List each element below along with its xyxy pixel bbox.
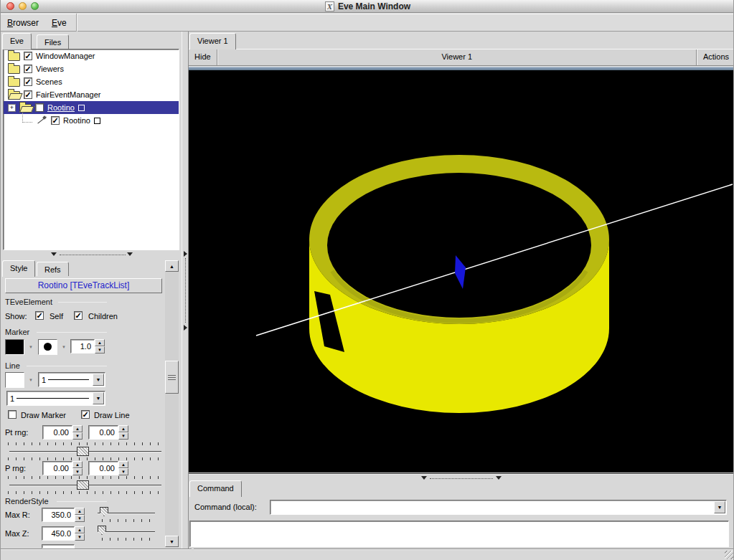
- p-slider-thumb[interactable]: [77, 480, 89, 490]
- tree-item-label[interactable]: Rootino: [63, 116, 90, 125]
- p-min-spinner[interactable]: ▲▼: [42, 461, 83, 475]
- tree-row[interactable]: FairEventManager: [4, 88, 179, 101]
- max-r-spinner[interactable]: ▲▼: [42, 508, 85, 522]
- max-z-spinner[interactable]: ▲▼: [42, 526, 85, 541]
- chevron-down-icon[interactable]: ▼: [60, 342, 68, 352]
- chevron-down-icon[interactable]: ▼: [27, 342, 35, 352]
- tab-files[interactable]: Files: [37, 34, 69, 49]
- draw-marker-checkbox[interactable]: [8, 410, 17, 419]
- marker-color-swatch[interactable]: [5, 339, 24, 355]
- zoom-button[interactable]: [31, 2, 39, 10]
- tab-refs[interactable]: Refs: [37, 262, 69, 276]
- pt-min-field[interactable]: [42, 425, 72, 440]
- spin-down-icon[interactable]: ▼: [75, 515, 85, 522]
- max-z-slider-thumb[interactable]: [98, 526, 106, 535]
- pt-slider-thumb[interactable]: [77, 447, 89, 456]
- pt-max-spinner[interactable]: ▲▼: [88, 425, 128, 440]
- command-input[interactable]: [270, 500, 713, 514]
- marker-style-button[interactable]: [38, 339, 57, 355]
- tab-style[interactable]: Style: [2, 260, 35, 277]
- chevron-down-icon[interactable]: ▼: [93, 392, 104, 404]
- actions-button[interactable]: Actions: [697, 49, 734, 65]
- tab-viewer-1[interactable]: Viewer 1: [189, 33, 236, 49]
- tree-item-label[interactable]: FairEventManager: [36, 90, 101, 99]
- expander-icon[interactable]: +: [8, 104, 16, 112]
- spin-down-icon[interactable]: ▼: [72, 432, 83, 440]
- max-z-field[interactable]: [42, 526, 75, 541]
- color-square-icon[interactable]: [78, 105, 85, 111]
- pt-min-spinner[interactable]: ▲▼: [42, 425, 83, 440]
- chevron-down-icon[interactable]: ▼: [93, 374, 104, 386]
- draw-line-checkbox[interactable]: [81, 410, 90, 419]
- group-separator: [58, 302, 107, 303]
- spin-up-icon[interactable]: ▲: [95, 339, 105, 346]
- max-r-field[interactable]: [42, 508, 75, 522]
- folder-open-icon: [19, 104, 32, 113]
- tree-row[interactable]: Scenes: [4, 75, 179, 88]
- tree-checkbox[interactable]: [24, 77, 32, 86]
- spin-down-icon[interactable]: ▼: [72, 468, 83, 475]
- max-z-slider[interactable]: [96, 525, 156, 544]
- spin-down-icon[interactable]: ▼: [95, 346, 105, 353]
- tree-item-label[interactable]: Viewers: [36, 65, 64, 73]
- children-checkbox[interactable]: [74, 311, 83, 320]
- line-style-combo[interactable]: 1 ▼: [6, 391, 105, 406]
- tree-row[interactable]: Viewers: [4, 62, 179, 75]
- tree-checkbox[interactable]: [35, 103, 44, 112]
- gl-viewer[interactable]: [189, 70, 734, 473]
- spin-up-icon[interactable]: ▲: [118, 425, 128, 432]
- p-max-spinner[interactable]: ▲▼: [88, 461, 128, 475]
- spin-up-icon[interactable]: ▲: [118, 461, 128, 468]
- tree-checkbox[interactable]: [51, 116, 60, 125]
- command-combobox[interactable]: ▼: [270, 500, 727, 515]
- max-r-slider-thumb[interactable]: [100, 507, 108, 516]
- chevron-down-icon[interactable]: ▼: [714, 501, 725, 513]
- tree-row-selected[interactable]: + Rootino: [4, 101, 179, 114]
- tab-eve[interactable]: Eve: [2, 33, 32, 49]
- line-width-combo[interactable]: 1 ▼: [38, 372, 105, 387]
- menu-bar: Browser Eve: [1, 14, 734, 32]
- menu-browser[interactable]: Browser: [1, 15, 45, 31]
- spin-up-icon[interactable]: ▲: [72, 425, 83, 432]
- editor-scrollbar[interactable]: ▲ ▼: [165, 260, 179, 547]
- spin-down-icon[interactable]: ▼: [118, 432, 128, 440]
- tree-item-label[interactable]: Scenes: [36, 77, 62, 86]
- marker-size-spinner[interactable]: ▲▼: [70, 339, 105, 353]
- tree-checkbox[interactable]: [24, 65, 32, 73]
- resize-grip[interactable]: [725, 551, 733, 559]
- folder-open-icon: [8, 91, 20, 100]
- marker-size-field[interactable]: [70, 339, 95, 353]
- splitter-chevron-icon: [184, 251, 187, 257]
- tree-row[interactable]: Rootino: [4, 114, 179, 127]
- self-checkbox[interactable]: [35, 311, 44, 320]
- max-r-slider[interactable]: [96, 506, 156, 525]
- element-banner[interactable]: Rootino [TEveTrackList]: [5, 278, 162, 293]
- p-max-field[interactable]: [88, 461, 118, 475]
- spin-up-icon[interactable]: ▲: [75, 526, 85, 533]
- spin-up-icon[interactable]: ▲: [75, 508, 85, 515]
- tree-item-label[interactable]: WindowManager: [36, 52, 95, 60]
- spin-down-icon[interactable]: ▼: [75, 533, 85, 541]
- line-color-swatch[interactable]: [5, 372, 24, 388]
- color-square-icon[interactable]: [94, 118, 100, 124]
- close-button[interactable]: [6, 2, 14, 10]
- scroll-up-icon[interactable]: ▲: [165, 260, 179, 272]
- spin-down-icon[interactable]: ▼: [118, 468, 128, 475]
- scrollbar-thumb[interactable]: [165, 361, 179, 394]
- tree-checkbox[interactable]: [24, 90, 32, 99]
- tree-row[interactable]: WindowManager: [4, 49, 179, 62]
- minimize-button[interactable]: [19, 2, 27, 10]
- tree-item-label[interactable]: Rootino: [47, 103, 75, 112]
- tree-checkbox[interactable]: [24, 52, 32, 60]
- scroll-down-icon[interactable]: ▼: [165, 536, 179, 547]
- tab-command[interactable]: Command: [189, 480, 242, 497]
- menu-eve[interactable]: Eve: [45, 15, 73, 31]
- command-output[interactable]: [189, 521, 729, 547]
- hide-button[interactable]: Hide: [189, 49, 217, 65]
- spin-up-icon[interactable]: ▲: [72, 461, 83, 468]
- pt-max-field[interactable]: [88, 425, 118, 440]
- panel-splitter[interactable]: [182, 32, 189, 549]
- p-min-field[interactable]: [42, 461, 72, 475]
- chevron-down-icon[interactable]: ▼: [27, 375, 35, 385]
- slider-ticks: [8, 457, 161, 460]
